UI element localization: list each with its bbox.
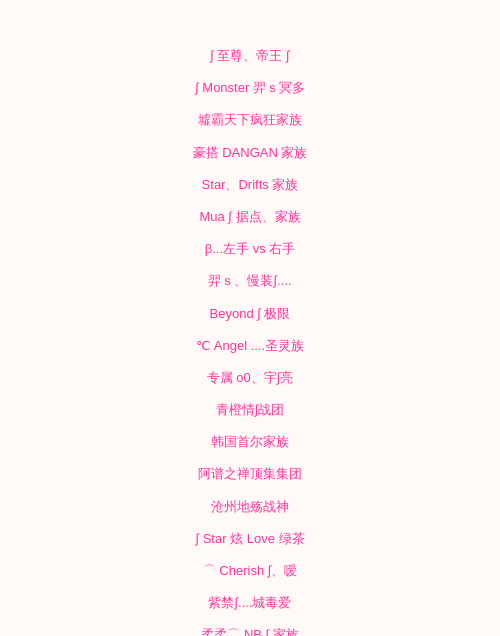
list-item[interactable]: 羿ｓ、慢装∫.... [0,265,500,297]
groups-list: ∫ 至尊、帝王 ∫∫ Monster 羿ｓ冥多墟霸天下疯狂家族豪搭 DANGAN… [0,0,500,636]
list-item[interactable]: 专属 o0、宇∫亮 [0,362,500,394]
list-item[interactable]: Beyond ∫ 极限 [0,298,500,330]
list-item[interactable]: 柔柔⌒ NB ∫ 家族 [0,619,500,636]
list-item[interactable]: 青橙情∫战团 [0,394,500,426]
list-item[interactable]: 墟霸天下疯狂家族 [0,104,500,136]
list-item[interactable]: 豪搭 DANGAN 家族 [0,137,500,169]
list-item[interactable]: β...左手 vs 右手 [0,233,500,265]
list-item[interactable]: ℃ Angel ....圣灵族 [0,330,500,362]
list-item[interactable]: 阿谱之禅顶集集团 [0,458,500,490]
list-item[interactable]: 韩国首尔家族 [0,426,500,458]
list-item[interactable]: ∫ Monster 羿ｓ冥多 [0,72,500,104]
list-item[interactable]: ⌒ Cherish ∫、嗳 [0,555,500,587]
list-item[interactable]: ∫ 至尊、帝王 ∫ [0,40,500,72]
list-item[interactable]: 紫禁∫....城毒爱 [0,587,500,619]
list-item[interactable]: ∫ Star 炫 Love 绿茶 [0,523,500,555]
list-item[interactable]: Mua ∫ 据点、家族 [0,201,500,233]
list-item[interactable]: 沧州地殇战神 [0,491,500,523]
list-item[interactable]: Star、Drifts 家族 [0,169,500,201]
